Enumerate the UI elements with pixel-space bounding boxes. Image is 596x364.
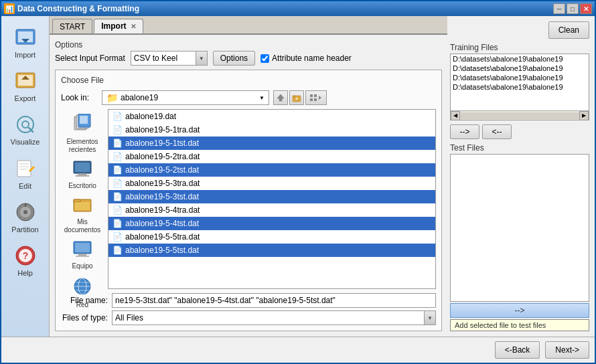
recientes-label: Elementos recientes: [64, 138, 100, 154]
next-button[interactable]: Next->: [545, 341, 589, 359]
file-item[interactable]: 📄 abalone19-5-1tra.dat: [108, 123, 435, 136]
transfer-to-training-button[interactable]: -->: [450, 124, 479, 139]
file-icon: 📄: [113, 205, 123, 215]
svg-text:?: ?: [22, 250, 28, 261]
sidebar-item-import[interactable]: Import: [4, 21, 47, 64]
test-section: Test Files --> Add selected file to test…: [450, 143, 589, 331]
tab-close-icon[interactable]: ✕: [131, 23, 136, 30]
scroll-thumb: [460, 112, 579, 119]
export-icon: [13, 69, 38, 93]
view-menu-button[interactable]: [305, 90, 327, 105]
file-item[interactable]: 📄 abalone19-5-3tra.dat: [108, 177, 435, 190]
file-list[interactable]: 📄 abalone19.dat 📄 abalone19-5-1tra.dat 📄…: [108, 109, 436, 289]
input-format-combo[interactable]: CSV to Keel ▼: [131, 51, 208, 66]
svg-point-7: [22, 121, 29, 128]
files-of-type-select[interactable]: All Files: [112, 310, 436, 325]
edit-icon: [13, 157, 38, 181]
sidebar-item-help[interactable]: ? Help: [4, 240, 47, 282]
scroll-right-button[interactable]: ▶: [579, 111, 589, 120]
choose-file-label: Choose File: [61, 76, 436, 85]
test-files-list[interactable]: [450, 154, 589, 302]
file-name-input[interactable]: ne19-5-3tst.dat" "abalone19-5-4tst.dat" …: [112, 293, 436, 308]
sidebar-edit-label: Edit: [19, 182, 31, 191]
close-button[interactable]: ✕: [580, 3, 592, 14]
training-files-label: Training Files: [450, 43, 589, 52]
file-type-row: Files of type: All Files ▼: [61, 310, 436, 325]
qa-escritorio[interactable]: Escritorio: [62, 159, 102, 192]
tab-bar: START Import ✕: [50, 16, 447, 35]
scroll-left-button[interactable]: ◀: [451, 111, 460, 120]
folder-combo[interactable]: 📁 abalone19 ▼: [102, 90, 269, 105]
add-test-container: --> Add selected file to test files: [450, 303, 589, 331]
training-files-list[interactable]: D:\datasets\abalone19\abalone19 D:\datas…: [450, 54, 589, 120]
svg-rect-42: [75, 243, 90, 252]
visualize-icon: [13, 112, 38, 136]
file-item-selected[interactable]: 📄 abalone19-5-3tst.dat: [108, 190, 435, 203]
training-section: Training Files D:\datasets\abalone19\aba…: [450, 43, 589, 120]
tab-import[interactable]: Import ✕: [94, 19, 143, 33]
options-section: Options Select Input Format CSV to Keel …: [55, 40, 442, 66]
mis-documentos-icon: [73, 197, 92, 217]
sidebar-item-partition[interactable]: Partition: [4, 196, 47, 238]
file-item-selected[interactable]: 📄 abalone19-5-2tst.dat: [108, 163, 435, 177]
training-file-item[interactable]: D:\datasets\abalone19\abalone19: [451, 82, 589, 92]
help-icon: ?: [13, 244, 38, 268]
sidebar-item-edit[interactable]: Edit: [4, 153, 47, 195]
window-title: Data Constructing & Formatting: [17, 4, 553, 13]
file-icon: 📄: [113, 139, 123, 148]
sidebar-visualize-label: Visualize: [11, 138, 40, 147]
input-format-select[interactable]: CSV to Keel: [131, 51, 208, 66]
add-to-test-button[interactable]: -->: [450, 303, 589, 318]
file-bottom-rows: File name: ne19-5-3tst.dat" "abalone19-5…: [61, 293, 436, 325]
qa-equipo[interactable]: Equipo: [62, 239, 102, 272]
svg-rect-25: [310, 94, 313, 97]
file-icon: 📄: [113, 219, 123, 228]
transfer-from-training-button[interactable]: <--: [482, 124, 512, 139]
sidebar-export-label: Export: [15, 94, 36, 103]
bottom-bar: <-Back Next->: [1, 337, 595, 363]
file-item-selected[interactable]: 📄 abalone19-5-5tst.dat: [108, 244, 435, 257]
back-button[interactable]: <-Back: [495, 341, 540, 359]
training-file-item[interactable]: D:\datasets\abalone19\abalone19: [451, 64, 589, 73]
sidebar-item-visualize[interactable]: Visualize: [4, 108, 47, 151]
file-item[interactable]: 📄 abalone19-5-4tra.dat: [108, 203, 435, 217]
svg-point-17: [23, 210, 27, 214]
file-item-selected[interactable]: 📄 abalone19-5-4tst.dat: [108, 217, 435, 230]
svg-rect-43: [78, 254, 86, 256]
input-format-label: Select Input Format: [55, 54, 125, 63]
new-folder-button[interactable]: +: [289, 90, 304, 105]
training-scrollbar[interactable]: ◀ ▶: [451, 110, 589, 120]
clean-button[interactable]: Clean: [548, 21, 589, 39]
folder-name: abalone19: [121, 93, 256, 102]
tab-start[interactable]: START: [52, 19, 92, 33]
file-item[interactable]: 📄 abalone19.dat: [108, 110, 435, 123]
files-of-type-label: Files of type:: [61, 313, 108, 323]
training-file-item[interactable]: D:\datasets\abalone19\abalone19: [451, 73, 589, 82]
attribute-name-header-checkbox[interactable]: [260, 54, 269, 63]
minimize-button[interactable]: ─: [553, 3, 565, 14]
file-name-row: File name: ne19-5-3tst.dat" "abalone19-5…: [61, 293, 436, 308]
partition-icon: [13, 200, 38, 224]
file-icon: 📄: [113, 232, 123, 242]
file-item-selected[interactable]: 📄 abalone19-5-1tst.dat: [108, 136, 435, 150]
svg-rect-39: [74, 199, 80, 202]
qa-mis-documentos[interactable]: Mis documentos: [62, 195, 102, 236]
options-row: Select Input Format CSV to Keel ▼ Option…: [55, 51, 442, 66]
qa-recientes[interactable]: Elementos recientes: [62, 112, 102, 156]
files-of-type-combo[interactable]: All Files ▼: [112, 310, 436, 325]
file-item[interactable]: 📄 abalone19-5-2tra.dat: [108, 150, 435, 163]
main-window: 📊 Data Constructing & Formatting ─ □ ✕ I…: [0, 0, 596, 364]
training-file-item[interactable]: D:\datasets\abalone19\abalone19: [451, 54, 589, 64]
file-item[interactable]: 📄 abalone19-5-5tra.dat: [108, 230, 435, 244]
look-in-row: Look in: 📁 abalone19 ▼ +: [61, 90, 436, 105]
svg-rect-28: [314, 98, 317, 101]
file-icon: 📄: [113, 192, 123, 201]
sidebar-partition-label: Partition: [11, 225, 38, 234]
maximize-button[interactable]: □: [567, 3, 579, 14]
sidebar-item-export[interactable]: Export: [4, 65, 47, 107]
svg-rect-27: [310, 98, 313, 101]
options-button[interactable]: Options: [213, 51, 255, 66]
file-icon: 📄: [113, 125, 123, 134]
navigate-up-button[interactable]: [273, 90, 288, 105]
sidebar-help-label: Help: [17, 269, 33, 278]
